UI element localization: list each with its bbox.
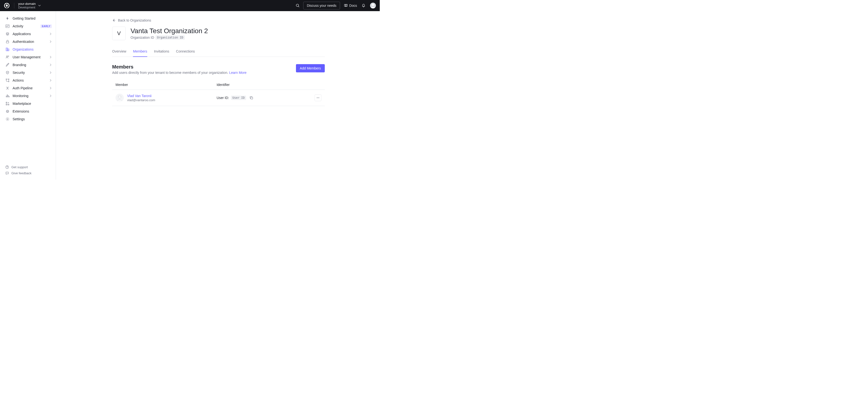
tenant-switcher[interactable]: your-domain Development (18, 2, 41, 9)
svg-point-18 (7, 119, 8, 120)
sidebar-item-activity[interactable]: ActivityEARLY (0, 22, 56, 30)
sidebar-item-auth-pipeline[interactable]: Auth Pipeline (0, 84, 56, 92)
tenant-env: Development (18, 6, 36, 9)
svg-point-23 (317, 98, 317, 98)
svg-point-24 (318, 98, 318, 98)
sidebar-item-monitoring[interactable]: Monitoring (0, 92, 56, 100)
member-name-link[interactable]: Vlad Van Taronii (127, 94, 155, 98)
bars-icon (5, 94, 10, 98)
flow-icon (5, 78, 10, 83)
building-icon (5, 47, 10, 52)
svg-point-25 (319, 98, 319, 98)
sidebar-item-label: Marketplace (12, 102, 52, 105)
sidebar-item-label: Monitoring (12, 94, 46, 98)
tenant-name: your-domain (18, 2, 36, 6)
sidebar-nav: Getting StartedActivityEARLYApplications… (0, 14, 56, 162)
tab-invitations[interactable]: Invitations (154, 48, 169, 57)
sidebar-item-branding[interactable]: Branding (0, 61, 56, 69)
main-content: Back to Organizations V Vanta Test Organ… (56, 11, 380, 180)
members-title: Members (112, 64, 247, 70)
docs-link[interactable]: Docs (341, 4, 360, 7)
sidebar-item-security[interactable]: Security (0, 69, 56, 76)
sidebar-item-label: Activity (12, 24, 37, 28)
copy-button[interactable] (248, 94, 255, 101)
svg-rect-22 (251, 97, 253, 99)
search-button[interactable] (293, 1, 302, 10)
sidebar-item-organizations[interactable]: Organizations (0, 45, 56, 53)
notifications-button[interactable] (360, 1, 368, 10)
chart-line-icon (5, 24, 10, 28)
chevron-right-icon (50, 56, 52, 58)
col-identifier: Identifier (213, 80, 311, 90)
row-menu-button[interactable] (315, 94, 321, 101)
back-to-organizations[interactable]: Back to Organizations (112, 19, 325, 22)
arrow-left-icon (112, 19, 116, 22)
org-id-value: Organization ID (155, 35, 185, 40)
gear-icon (5, 117, 10, 121)
org-avatar: V (112, 27, 126, 40)
help-circle-icon (5, 165, 9, 169)
svg-point-12 (8, 79, 9, 80)
sidebar-item-user-management[interactable]: User Management (0, 53, 56, 61)
sidebar-item-label: Auth Pipeline (12, 86, 46, 90)
message-icon (5, 171, 9, 175)
sidebar: Getting StartedActivityEARLYApplications… (0, 11, 56, 180)
org-id-label: Organization ID (130, 36, 154, 39)
table-row: Vlad Van Taroniivlad@vantaroo.comUser ID… (112, 90, 325, 106)
svg-rect-5 (6, 41, 9, 43)
sidebar-item-label: Security (12, 71, 46, 74)
member-email: vlad@vantaroo.com (127, 98, 155, 102)
sidebar-item-getting-started[interactable]: Getting Started (0, 14, 56, 22)
chevron-right-icon (50, 40, 52, 43)
svg-rect-4 (6, 25, 9, 28)
user-icon (5, 55, 10, 59)
user-avatar[interactable] (370, 3, 376, 8)
chevron-right-icon (50, 95, 52, 97)
sidebar-item-marketplace[interactable]: Marketplace (0, 100, 56, 107)
chevron-right-icon (50, 79, 52, 82)
get-support-link[interactable]: Get support (0, 164, 56, 170)
svg-rect-14 (6, 104, 7, 105)
sidebar-item-label: Actions (12, 78, 46, 82)
org-tabs: OverviewMembersInvitationsConnections (112, 48, 325, 57)
top-bar: your-domain Development Discuss your nee… (0, 0, 380, 11)
stack-icon (5, 32, 10, 36)
sidebar-item-label: Authentication (12, 40, 46, 43)
sidebar-item-label: Getting Started (12, 17, 52, 20)
grid-plus-icon (5, 101, 10, 106)
tab-overview[interactable]: Overview (112, 48, 126, 57)
svg-rect-15 (8, 104, 9, 105)
tab-members[interactable]: Members (133, 48, 147, 57)
tab-connections[interactable]: Connections (176, 48, 195, 57)
sidebar-item-label: Branding (12, 63, 46, 67)
svg-point-11 (8, 81, 9, 82)
svg-point-9 (8, 56, 9, 57)
give-feedback-link[interactable]: Give feedback (0, 170, 56, 176)
sidebar-item-authentication[interactable]: Authentication (0, 38, 56, 45)
sidebar-item-actions[interactable]: Actions (0, 76, 56, 84)
brush-icon (5, 63, 10, 67)
badge: EARLY (40, 25, 52, 28)
sidebar-item-label: Settings (12, 117, 52, 121)
svg-point-10 (6, 79, 7, 80)
sidebar-item-label: User Management (12, 55, 46, 59)
bolt-icon (5, 16, 10, 21)
discuss-needs-button[interactable]: Discuss your needs (303, 2, 340, 9)
chevron-right-icon (50, 64, 52, 66)
sidebar-item-settings[interactable]: Settings (0, 115, 56, 123)
svg-point-8 (6, 56, 8, 57)
add-members-button[interactable]: Add Members (296, 64, 325, 72)
docs-label: Docs (349, 4, 357, 7)
book-icon (344, 4, 348, 7)
chevron-right-icon (50, 71, 52, 74)
back-label: Back to Organizations (118, 19, 151, 22)
learn-more-link[interactable]: Learn More (229, 71, 247, 74)
give-feedback-label: Give feedback (11, 171, 31, 175)
brand-logo (4, 3, 10, 8)
svg-point-3 (372, 4, 374, 6)
members-table: Member Identifier Vlad Van Taroniivlad@v… (112, 80, 325, 106)
sidebar-item-extensions[interactable]: Extensions (0, 107, 56, 115)
sidebar-item-applications[interactable]: Applications (0, 30, 56, 38)
lock-icon (5, 39, 10, 44)
shield-icon (5, 70, 10, 75)
